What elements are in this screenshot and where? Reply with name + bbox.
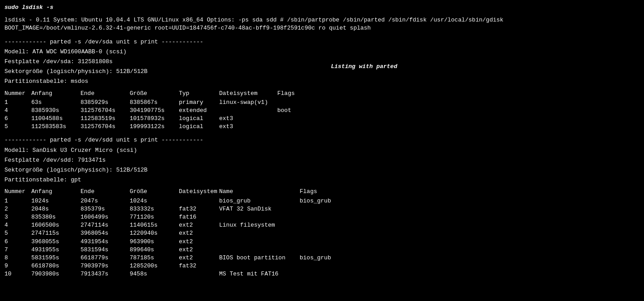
sdd-header-nummer: Nummer: [4, 188, 31, 196]
lsdisk-info-line: lsdisk - 0.11 System: Ubuntu 10.04.4 LTS…: [4, 16, 640, 24]
sda-section: ------------ parted -s /dev/sda unit s p…: [4, 38, 640, 131]
table-row: 48385930s312576704s304190775sextendedboo…: [4, 107, 640, 115]
sdd-header-ende: Ende: [80, 188, 130, 196]
sda-header-ende: Ende: [80, 90, 130, 98]
table-row: 41606500s2747114s1140615sext2Linux files…: [4, 221, 640, 229]
sda-partitionstabelle: Partitionstabelle: msdos: [4, 77, 640, 86]
table-row: 3835380s1606499s771120sfat16: [4, 213, 640, 221]
table-row: 96618780s7903979s1285200sfat32: [4, 262, 640, 270]
table-row: 163s8385929s8385867sprimarylinux-swap(v1…: [4, 99, 640, 107]
sdd-header-anfang: Anfang: [31, 188, 80, 196]
sdd-modell: Modell: SanDisk U3 Cruzer Micro (scsi): [4, 146, 640, 155]
table-row: 611004588s112583519s101578932slogicalext…: [4, 115, 640, 123]
sda-header-groesse: Größe: [130, 90, 179, 98]
sda-header-dateisystem: Dateisystem: [219, 90, 277, 98]
sda-table-header: Nummer Anfang Ende Größe Typ Dateisystem…: [4, 90, 640, 98]
table-row: 85831595s6618779s787185sext2BIOS boot pa…: [4, 254, 640, 262]
sda-header-typ: Typ: [179, 90, 219, 98]
sdd-header-groesse: Größe: [130, 188, 179, 196]
table-row: 52747115s3968054s1220940sext2: [4, 229, 640, 237]
table-row: 74931955s5831594s899640sext2: [4, 246, 640, 254]
sdd-header-name: Name: [219, 188, 300, 196]
listing-with-parted-label: Listing with parted: [331, 63, 397, 71]
sda-table: Nummer Anfang Ende Größe Typ Dateisystem…: [4, 90, 640, 131]
sdd-festplatte: Festplatte /dev/sdd: 7913471s: [4, 156, 640, 164]
sdd-header-flags: Flags: [300, 188, 367, 196]
sdd-section: ------------ parted -s /dev/sdd unit s p…: [4, 136, 640, 278]
boot-image-line: BOOT_IMAGE=/boot/vmlinuz-2.6.32-41-gener…: [4, 24, 640, 32]
sdd-partitionstabelle: Partitionstabelle: gpt: [4, 176, 640, 184]
sdd-table: Nummer Anfang Ende Größe Dateisystem Nam…: [4, 188, 640, 278]
table-row: 107903980s7913437s9458sMS Test mit FAT16: [4, 270, 640, 278]
sdd-sektorgroesse: Sektorgröße (logisch/physisch): 512B/512…: [4, 166, 640, 174]
table-row: 22048s835379s833332sfat32VFAT 32 SanDisk: [4, 205, 640, 213]
sda-header-nummer: Nummer: [4, 90, 31, 98]
sda-header-anfang: Anfang: [31, 90, 80, 98]
sdd-table-header: Nummer Anfang Ende Größe Dateisystem Nam…: [4, 188, 640, 196]
sda-divider: ------------ parted -s /dev/sda unit s p…: [4, 38, 640, 46]
sdd-header-dateisystem2: Dateisystem: [179, 188, 219, 196]
sda-festplatte: Festplatte /dev/sda: 312581808s: [4, 58, 640, 66]
table-row: 11024s2047s1024sbios_grubbios_grub: [4, 197, 640, 205]
page-title: sudo lsdisk -s: [4, 4, 640, 12]
lsdisk-header: lsdisk - 0.11 System: Ubuntu 10.04.4 LTS…: [4, 16, 640, 32]
sdd-divider: ------------ parted -s /dev/sdd unit s p…: [4, 136, 640, 144]
sda-sektorgroesse: Sektorgröße (logisch/physisch): 512B/512…: [4, 68, 640, 76]
sda-modell: Modell: ATA WDC WD1600AABB-0 (scsi): [4, 48, 640, 56]
table-row: 5112583583s312576704s199993122slogicalex…: [4, 123, 640, 131]
sda-header-flags: Flags: [277, 90, 344, 98]
table-row: 63968055s4931954s963900sext2: [4, 238, 640, 246]
